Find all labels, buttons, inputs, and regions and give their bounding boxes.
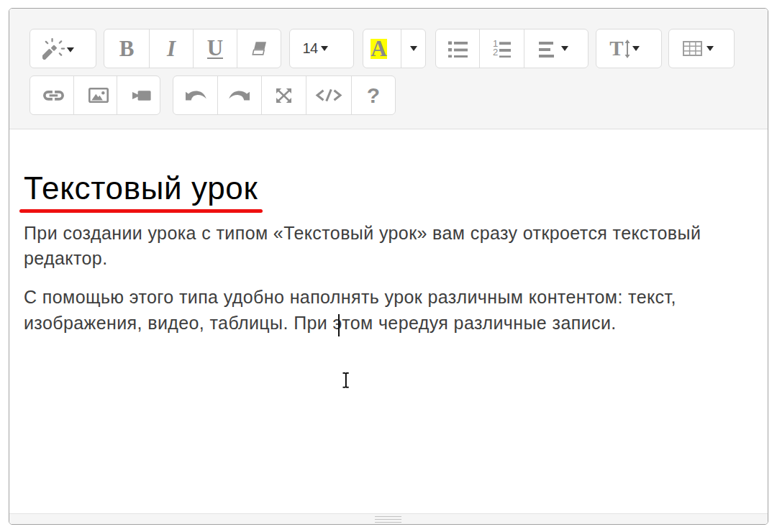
svg-text:2: 2 [493, 47, 498, 58]
